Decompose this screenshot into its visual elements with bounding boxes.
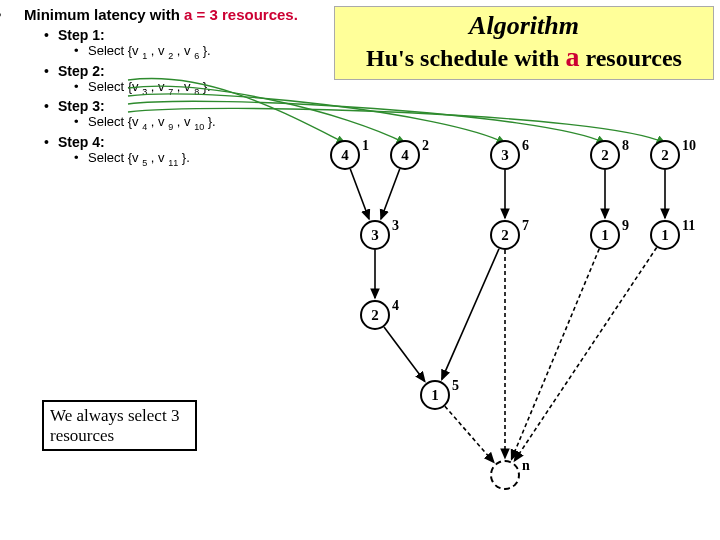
step-select: •Select {v 4 , v 9 , v 10 }. [44,114,321,132]
step-select: •Select {v 5 , v 11 }. [44,150,321,168]
step-list: •Step 1:•Select {v 1 , v 2 , v 6 }.•Step… [4,27,321,167]
svg-line-6 [384,327,425,381]
header-line1: Algorithm [337,11,711,41]
graph-node-label: 10 [682,138,696,154]
svg-line-8 [445,406,494,462]
svg-line-0 [350,169,369,219]
graph-node-label: 9 [622,218,629,234]
graph-node-label: 11 [682,218,695,234]
left-column: •Minimum latency with a = 3 resources. •… [0,0,325,167]
svg-line-1 [381,169,400,219]
graph-node: 3 [490,140,520,170]
step-select: •Select {v 3 , v 7 , v 8 }. [44,79,321,97]
graph-node-label: 5 [452,378,459,394]
graph-node-label: 4 [392,298,399,314]
graph-node-label: 7 [522,218,529,234]
graph-node: 1 [590,220,620,250]
step-item: •Step 3: [44,98,321,114]
step-select: •Select {v 1 , v 2 , v 6 }. [44,43,321,61]
graph-node: 3 [360,220,390,250]
graph-node: 2 [590,140,620,170]
graph-node-label: 1 [362,138,369,154]
note-box: We always select 3 resources [42,400,197,451]
graph-node-label: n [522,458,530,474]
header-line2: Hu's schedule with a resources [337,41,711,73]
svg-line-11 [514,247,656,460]
step-item: •Step 4: [44,134,321,150]
graph-node-label: 3 [392,218,399,234]
graph-node-label: 6 [522,138,529,154]
step-item: •Step 2: [44,63,321,79]
algorithm-header: Algorithm Hu's schedule with a resources [334,6,714,80]
diagram: 414236282103327191112415n [300,100,720,530]
graph-node: 2 [360,300,390,330]
graph-node: 1 [420,380,450,410]
graph-node: 1 [650,220,680,250]
graph-node: 2 [490,220,520,250]
step-item: •Step 1: [44,27,321,43]
graph-node: 4 [390,140,420,170]
graph-node [490,460,520,490]
graph-node-label: 2 [422,138,429,154]
graph-node: 4 [330,140,360,170]
graph-node-label: 8 [622,138,629,154]
top-bullet: •Minimum latency with a = 3 resources. [4,6,321,23]
top-bullet-emph: a = 3 resources. [184,6,298,23]
graph-node: 2 [650,140,680,170]
svg-line-7 [442,249,499,380]
header-a: a [565,41,579,72]
